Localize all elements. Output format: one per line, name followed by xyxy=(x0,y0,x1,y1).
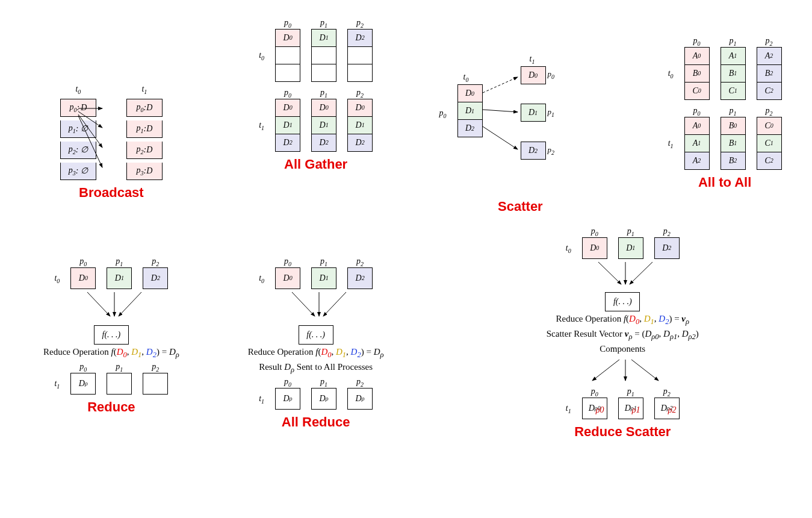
rs-in-2: D2 xyxy=(654,237,680,259)
broadcast-t0-p0: p0: D xyxy=(60,99,96,117)
reduce-inputs: t0 p0D0 p1D1 p2D2 xyxy=(12,257,211,289)
rs-caption3: Components xyxy=(421,344,813,354)
a2a-t0-00: A0 xyxy=(684,47,710,65)
ar-caption1: Reduce Operation f(D0, D1, D2) = Dρ xyxy=(217,347,415,360)
rs-in-1: D1 xyxy=(618,237,643,259)
rs-arrows2 xyxy=(502,357,743,387)
ag-t0-c1r0: D1 xyxy=(311,29,336,47)
red-in-2: D2 xyxy=(143,267,168,289)
a2a-t1-02: A2 xyxy=(684,152,710,170)
scatter-t0-label: t0 xyxy=(463,72,469,83)
ar-caption2: Result Dρ Sent to All Processes xyxy=(217,362,415,375)
broadcast-t1-col: t1 p0: D p1: D p2: D p3: D xyxy=(126,84,163,180)
alltoall-panel: t0 p0A0B0C0 p1A1B1C1 p2A2B2C2 t1 p0A0A1A… xyxy=(625,12,812,214)
broadcast-t1-p3: p3: D xyxy=(126,163,163,180)
sc-src-1: D1 xyxy=(457,102,483,120)
broadcast-t0-p1: p1: ∅ xyxy=(60,120,96,138)
ar-in-2: D2 xyxy=(347,267,373,289)
reduce-panel: t0 p0D0 p1D1 p2D2 f(. . .) Reduce Operat… xyxy=(12,220,211,440)
a2a-t1-21: C1 xyxy=(757,135,782,152)
ar-out-2: Dρ xyxy=(347,388,373,410)
rs-caption2: Scatter Result Vector vρ = (Dρ0, Dρ1, Dρ… xyxy=(421,329,813,342)
broadcast-t1-p1: p1: D xyxy=(126,120,163,138)
a2a-t0-21: B2 xyxy=(757,65,782,83)
allreduce-panel: t0 p0D0 p1D1 p2D2 f(. . .) Reduce Operat… xyxy=(217,220,415,440)
a2a-t0-20: A2 xyxy=(757,47,782,65)
sc-dst-1: D1 xyxy=(521,104,546,122)
svg-line-4 xyxy=(483,77,518,93)
svg-line-7 xyxy=(87,292,110,316)
diagram-grid: t0 p0: D p1: ∅ p2: ∅ p3: ∅ t1 p0: D p1: … xyxy=(12,12,812,440)
reduce-t1-label: t1 xyxy=(54,379,60,390)
allgather-t0-label: t0 xyxy=(259,51,264,61)
sc-src-2: D2 xyxy=(457,120,483,137)
rs-hand-2: ρ2 xyxy=(668,405,677,415)
reduce-outputs: t1 p0Dρ p1 p2 xyxy=(12,362,211,395)
ag-t0-c1r2 xyxy=(311,64,336,82)
broadcast-t0-label: t0 xyxy=(75,84,81,95)
allgather-panel: t0 p0D0 p1D1 p2D2 t1 p0D0D1D2 p1D0D1D2 p… xyxy=(217,12,415,214)
scatter-panel: t0 t1 p0 D0 D1 D2 D0 p0 D1 p1 D2 p2 Scat… xyxy=(421,12,620,214)
rs-out-1: Dρ1ρ1 xyxy=(618,398,643,419)
red-out-0: Dρ xyxy=(70,373,96,395)
ag-t0-c2r0: D2 xyxy=(347,29,373,47)
broadcast-title: Broadcast xyxy=(12,185,211,201)
ag-t0-c0r2 xyxy=(275,64,300,82)
sc-dst-p1: p1 xyxy=(548,107,555,118)
allgather-t1: t1 p0D0D1D2 p1D0D1D2 p2D0D1D2 xyxy=(217,88,415,152)
svg-line-5 xyxy=(483,110,518,112)
ag-t0-c0r0: D0 xyxy=(275,29,300,47)
reducescatter-panel: t0 p0D0 p1D1 p2D2 f(. . .) Reduce Operat… xyxy=(421,220,813,440)
ag-t1-c1r0: D0 xyxy=(311,99,336,117)
reduce-caption: Reduce Operation f(D0, D1, D2) = Dρ xyxy=(12,347,211,360)
svg-line-18 xyxy=(631,360,659,381)
a2a-t1-20: C0 xyxy=(757,117,782,135)
reduce-arrows xyxy=(21,289,202,325)
rs-arrows1 xyxy=(502,259,743,292)
a2a-t0-02: C0 xyxy=(684,83,710,100)
svg-line-6 xyxy=(483,126,518,149)
a2a-t0: t0 p0A0B0C0 p1A1B1C1 p2A2B2C2 xyxy=(625,36,812,100)
red-in-1: D1 xyxy=(107,267,132,289)
a2a-t1-10: B0 xyxy=(721,117,746,135)
ag-t1-c2r1: D1 xyxy=(347,117,373,134)
a2a-t1-11: B1 xyxy=(721,135,746,152)
ar-t0-label: t0 xyxy=(259,273,264,284)
ag-t1-c0r0: D0 xyxy=(275,99,300,117)
a2a-t1-12: B2 xyxy=(721,152,746,170)
allgather-p0: p0 xyxy=(284,18,291,29)
allgather-title: All Gather xyxy=(217,157,415,172)
a2a-t1-00: A0 xyxy=(684,117,710,135)
a2a-t1-22: C2 xyxy=(757,152,782,170)
a2a-t0-22: C2 xyxy=(757,83,782,100)
allgather-t1-label: t1 xyxy=(259,120,264,131)
allreduce-arrows xyxy=(226,289,406,325)
a2a-t1: t1 p0A0A1A2 p1B0B1B2 p2C0C1C2 xyxy=(625,106,812,170)
allgather-t0: t0 p0D0 p1D1 p2D2 xyxy=(217,18,415,82)
ag-t1-c0r2: D2 xyxy=(275,134,300,152)
ag-t0-c2r2 xyxy=(347,64,373,82)
ag-t0-c2r1 xyxy=(347,47,373,64)
a2a-t0-label: t0 xyxy=(668,69,674,80)
ag-t1-c2r0: D0 xyxy=(347,99,373,117)
allreduce-outputs: t1 p0Dρ p1Dρ p2Dρ xyxy=(217,377,415,410)
a2a-t0-10: A1 xyxy=(721,47,746,65)
sc-dst-p0: p0 xyxy=(548,69,555,80)
ar-in-0: D0 xyxy=(275,267,300,289)
ar-out-1: Dρ xyxy=(311,388,336,410)
scatter-t1-label: t1 xyxy=(530,54,535,65)
broadcast-t1-p0: p0: D xyxy=(126,99,163,117)
red-out-1 xyxy=(107,373,132,395)
rs-out-2: Dρ2ρ2 xyxy=(654,398,680,419)
ag-t1-c0r1: D1 xyxy=(275,117,300,134)
svg-line-13 xyxy=(598,262,621,284)
alltoall-title: All to All xyxy=(625,175,812,190)
rs-hand-0: ρ0 xyxy=(596,405,604,415)
rs-outputs: t1 p0Dρ0ρ0 p1Dρ1ρ1 p2Dρ2ρ2 xyxy=(421,387,813,419)
sc-src-0: D0 xyxy=(457,84,483,102)
broadcast-t0-col: t0 p0: D p1: ∅ p2: ∅ p3: ∅ xyxy=(60,84,96,180)
rs-in-0: D0 xyxy=(582,237,607,259)
ag-t0-c0r1 xyxy=(275,47,300,64)
a2a-t1-01: A1 xyxy=(684,135,710,152)
a2a-t0-01: B0 xyxy=(684,65,710,83)
